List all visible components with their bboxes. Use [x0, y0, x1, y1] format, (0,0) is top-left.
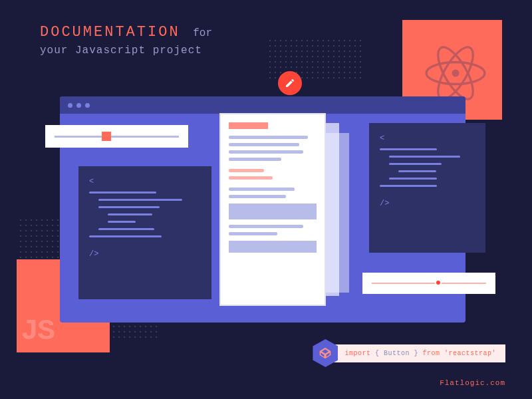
- import-snippet: import { Button } from 'reactstrap': [313, 339, 505, 367]
- title-sub: your Javascript project: [40, 45, 212, 57]
- brand-label: Flatlogic.com: [440, 379, 505, 387]
- traffic-light-icon: [85, 103, 90, 108]
- page-title: DOCUMENTATION for your Javascript projec…: [40, 24, 212, 57]
- code-close-icon: />: [380, 199, 475, 208]
- title-main: DOCUMENTATION: [40, 24, 180, 41]
- slider-top[interactable]: [45, 125, 188, 148]
- edit-badge[interactable]: [278, 71, 302, 95]
- slider-bottom[interactable]: [362, 273, 495, 294]
- code-panel-left: < />: [78, 166, 211, 299]
- code-line: import { Button } from 'reactstrap': [330, 344, 505, 362]
- chevron-left-icon: <: [380, 134, 475, 143]
- codepen-badge[interactable]: [313, 339, 338, 367]
- title-for: for: [193, 27, 212, 39]
- codepen-icon: [319, 346, 332, 360]
- slider-thumb[interactable]: [435, 279, 442, 286]
- pencil-icon: [285, 78, 295, 88]
- code-close-icon: />: [89, 249, 201, 259]
- code-panel-right: < />: [369, 123, 485, 253]
- window-titlebar: [60, 96, 466, 114]
- slider-thumb[interactable]: [102, 132, 111, 141]
- brace: {: [370, 350, 384, 357]
- svg-point-0: [452, 70, 460, 77]
- import-keyword: import: [344, 350, 370, 357]
- from-keyword: from: [422, 350, 440, 357]
- component-name: Button: [384, 350, 410, 357]
- js-label: JS: [21, 315, 54, 348]
- traffic-light-icon: [76, 103, 81, 108]
- document-front: [219, 113, 326, 306]
- package-name: 'reactstrap': [444, 350, 496, 357]
- chevron-left-icon: <: [89, 177, 201, 186]
- traffic-light-icon: [68, 103, 72, 108]
- brace: }: [410, 350, 423, 357]
